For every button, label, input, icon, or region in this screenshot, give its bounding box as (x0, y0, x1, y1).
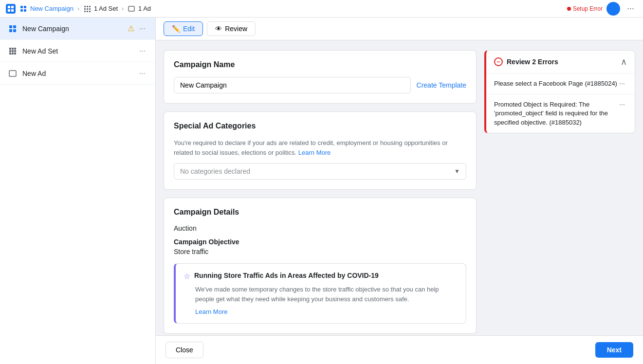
notice-learn-more[interactable]: Learn More (195, 308, 227, 315)
objective-value: Store traffic (174, 248, 466, 255)
campaign-details-title: Campaign Details (174, 208, 466, 217)
error-item-1: Please select a Facebook Page (#1885024)… (486, 73, 635, 94)
form-main: Campaign Name Create Template Special Ad… (164, 50, 477, 326)
top-bar: New Campaign › 1 Ad Set › 1 Ad Setup Err… (0, 0, 643, 18)
svg-rect-6 (20, 9, 23, 12)
chevron-down-icon: ▼ (454, 168, 460, 175)
campaign-name-card: Campaign Name Create Template (164, 50, 477, 104)
setup-error-label: Setup Error (573, 5, 603, 12)
campaign-icon (8, 24, 18, 34)
svg-rect-2 (8, 9, 10, 12)
breadcrumb-campaign[interactable]: New Campaign (19, 5, 73, 13)
sidebar-item-adset[interactable]: New Ad Set ··· (0, 40, 155, 62)
svg-rect-22 (9, 48, 11, 50)
tab-review[interactable]: 👁 Review (207, 21, 256, 36)
top-bar-right: Setup Error ··· (567, 2, 637, 16)
svg-rect-7 (24, 9, 26, 12)
setup-error-badge: Setup Error (567, 5, 603, 12)
svg-rect-20 (9, 29, 12, 32)
svg-rect-27 (14, 50, 16, 52)
error-item-2: Promoted Object is Required: The 'promot… (486, 94, 635, 133)
svg-rect-10 (89, 6, 91, 7)
categories-placeholder: No categories declared (180, 167, 250, 175)
categories-dropdown[interactable]: No categories declared ▼ (174, 163, 466, 180)
content-area: ✏️ Edit 👁 Review Campaign Name Create Te… (156, 18, 643, 364)
breadcrumb-adset[interactable]: 1 Ad Set (83, 5, 118, 13)
buying-type-value: Auction (174, 224, 466, 232)
error-2-more-button[interactable]: ··· (617, 100, 627, 108)
svg-rect-12 (87, 8, 88, 10)
svg-rect-5 (24, 6, 26, 8)
notice-body: We've made some temporary changes to the… (195, 285, 458, 304)
svg-rect-31 (9, 71, 16, 76)
breadcrumb-ad[interactable]: 1 Ad (128, 5, 151, 13)
special-ad-desc: You're required to declare if your ads a… (174, 138, 466, 157)
svg-rect-16 (89, 11, 91, 12)
sidebar-ad-more[interactable]: ··· (137, 67, 147, 80)
breadcrumb-sep-1: › (77, 5, 79, 12)
errors-card: − Review 2 Errors ∧ Please select a Face… (484, 50, 635, 133)
sidebar-adset-label: New Ad Set (22, 47, 137, 55)
campaign-name-input[interactable] (174, 77, 411, 93)
errors-header: − Review 2 Errors ∧ (486, 51, 635, 73)
svg-rect-19 (13, 25, 16, 28)
svg-rect-26 (12, 50, 14, 52)
breadcrumb-adset-label: 1 Ad Set (94, 5, 118, 12)
sidebar-campaign-more[interactable]: ··· (137, 22, 147, 35)
error-text-1: Please select a Facebook Page (#1885024) (494, 79, 617, 88)
errors-title-row: − Review 2 Errors (494, 57, 558, 66)
review-icon: 👁 (215, 25, 222, 33)
content-tabs: ✏️ Edit 👁 Review (156, 18, 643, 40)
svg-rect-4 (20, 6, 23, 8)
special-ad-learn-more[interactable]: Learn More (298, 149, 331, 156)
next-button[interactable]: Next (595, 342, 633, 358)
svg-rect-21 (13, 29, 16, 32)
sidebar-adset-more[interactable]: ··· (137, 45, 147, 57)
svg-rect-11 (84, 8, 86, 10)
errors-collapse-button[interactable]: ∧ (621, 56, 627, 67)
svg-rect-18 (9, 25, 12, 28)
errors-title: Review 2 Errors (507, 58, 558, 66)
tab-edit-label: Edit (183, 25, 195, 33)
breadcrumb-ad-label: 1 Ad (138, 5, 151, 12)
edit-icon: ✏️ (172, 25, 180, 33)
sidebar-campaign-label: New Campaign (22, 25, 128, 33)
svg-rect-1 (11, 6, 14, 8)
app-icon (6, 4, 16, 14)
sidebar-item-campaign[interactable]: New Campaign ⚠ ··· (0, 18, 155, 40)
create-template-link[interactable]: Create Template (417, 81, 466, 89)
sidebar: New Campaign ⚠ ··· New Ad Set ··· New Ad… (0, 18, 156, 364)
bottom-bar: Close Next (156, 335, 643, 364)
breadcrumb-campaign-label: New Campaign (30, 5, 73, 12)
notice-header: ☆ Running Store Traffic Ads in Areas Aff… (184, 272, 458, 281)
breadcrumb-sep-2: › (122, 5, 124, 12)
svg-rect-3 (11, 9, 14, 12)
error-1-more-button[interactable]: ··· (617, 79, 627, 87)
svg-rect-14 (84, 11, 86, 12)
adset-icon (8, 46, 18, 56)
error-text-2: Promoted Object is Required: The 'promot… (494, 100, 617, 127)
sidebar-ad-label: New Ad (22, 70, 137, 77)
objective-label: Campaign Objective (174, 238, 466, 246)
special-ad-title: Special Ad Categories (174, 122, 466, 130)
avatar (606, 2, 620, 16)
campaign-name-title: Campaign Name (174, 60, 466, 69)
close-button[interactable]: Close (165, 342, 203, 358)
svg-rect-23 (12, 48, 14, 50)
ad-bc-icon (128, 5, 135, 13)
main-layout: New Campaign ⚠ ··· New Ad Set ··· New Ad… (0, 18, 643, 364)
svg-rect-28 (9, 53, 11, 55)
svg-rect-30 (14, 53, 16, 55)
svg-rect-25 (9, 50, 11, 52)
svg-rect-0 (8, 6, 10, 8)
topbar-more-button[interactable]: ··· (624, 2, 637, 15)
svg-rect-29 (12, 53, 14, 55)
notice-title: Running Store Traffic Ads in Areas Affec… (194, 272, 379, 279)
svg-rect-13 (89, 8, 91, 10)
warning-icon-campaign: ⚠ (128, 24, 134, 33)
tab-edit[interactable]: ✏️ Edit (164, 21, 203, 36)
campaign-details-card: Campaign Details Auction Campaign Object… (164, 198, 477, 334)
ad-icon (8, 69, 18, 78)
sidebar-item-ad[interactable]: New Ad ··· (0, 62, 155, 85)
svg-rect-24 (14, 48, 16, 50)
